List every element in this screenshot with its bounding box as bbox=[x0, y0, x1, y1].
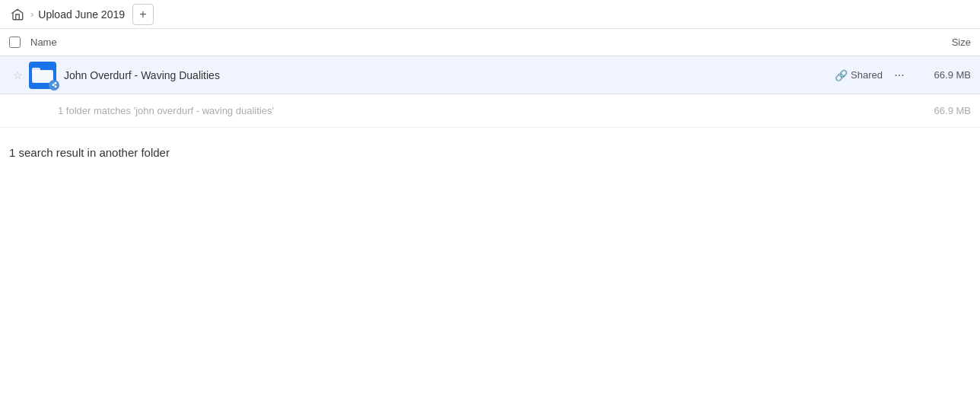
search-info-row: 1 folder matches 'john overdurf - waving… bbox=[0, 94, 980, 128]
svg-line-4 bbox=[53, 85, 54, 86]
shared-label: Shared bbox=[851, 69, 883, 81]
file-name[interactable]: John Overdurf - Waving Dualities bbox=[64, 69, 835, 81]
shared-badge[interactable]: 🔗 Shared bbox=[835, 69, 883, 81]
svg-line-3 bbox=[53, 83, 54, 84]
column-header-row: Name Size bbox=[0, 29, 980, 56]
add-folder-button[interactable]: + bbox=[132, 4, 154, 25]
folder-icon bbox=[29, 62, 56, 89]
search-match-size: 66.9 MB bbox=[910, 105, 971, 116]
checkbox-all[interactable] bbox=[9, 37, 21, 48]
svg-rect-2 bbox=[33, 71, 52, 82]
size-column-header: Size bbox=[910, 37, 971, 48]
file-actions: 🔗 Shared ··· bbox=[835, 65, 910, 86]
breadcrumb-current-folder[interactable]: Upload June 2019 bbox=[38, 8, 125, 21]
file-size: 66.9 MB bbox=[910, 69, 971, 81]
link-icon: 🔗 bbox=[835, 69, 848, 81]
breadcrumb-separator: › bbox=[30, 8, 33, 20]
search-match-text: 1 folder matches 'john overdurf - waving… bbox=[58, 105, 910, 116]
star-icon[interactable]: ☆ bbox=[9, 69, 26, 81]
file-row[interactable]: ☆ John Overdurf - Waving Dualities 🔗 Sha… bbox=[0, 56, 980, 94]
another-folder-section: 1 search result in another folder bbox=[0, 128, 980, 168]
select-all-checkbox[interactable] bbox=[9, 37, 30, 48]
breadcrumb-bar: › Upload June 2019 + bbox=[0, 0, 980, 29]
name-column-header: Name bbox=[30, 37, 910, 48]
more-options-button[interactable]: ··· bbox=[889, 65, 910, 86]
another-folder-title: 1 search result in another folder bbox=[9, 146, 971, 159]
home-icon[interactable] bbox=[9, 6, 26, 23]
share-overlay-icon bbox=[49, 80, 59, 91]
